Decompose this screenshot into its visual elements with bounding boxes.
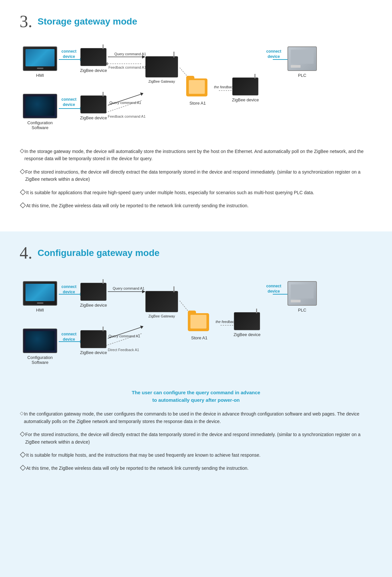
svg-line-17 xyxy=(108,94,142,105)
svg-text:Query command A1: Query command A1 xyxy=(108,334,140,338)
bullet-4-icon-3 xyxy=(20,451,26,458)
store-image xyxy=(186,76,209,99)
svg-text:Feedback command A1: Feedback command A1 xyxy=(108,114,146,118)
section-3-title: 3. Storage gateway mode xyxy=(20,13,372,30)
hmi-image-4 xyxy=(23,281,57,306)
bullet-icon-1 xyxy=(20,148,24,154)
section-3-bullets: In the storage gateway mode, the device … xyxy=(20,148,372,209)
svg-marker-42 xyxy=(140,326,143,329)
svg-marker-49 xyxy=(20,452,25,457)
bullet-4-text-1: In the configuration gateway mode, the u… xyxy=(24,410,372,425)
zigbee-right-label-4: ZigBee device xyxy=(234,332,260,337)
config-image-4 xyxy=(23,329,57,353)
zigbee-bottom-image-4 xyxy=(80,330,106,348)
section-3-title-text: Storage gateway mode xyxy=(38,16,137,27)
zigbee-top-device: ZigBee device xyxy=(80,48,107,73)
section-3: 3. Storage gateway mode Query command A1… xyxy=(0,0,392,231)
bullet-text-1: In the storage gateway mode, the device … xyxy=(24,148,372,162)
bullet-4-item-4: At this time, the ZigBee wireless data w… xyxy=(20,465,372,472)
zigbee-right-label: ZigBee device xyxy=(232,97,259,102)
plc-label-4: PLC xyxy=(298,308,306,313)
hmi-device-4: HMI xyxy=(23,281,57,313)
plc-device: PLC xyxy=(287,46,317,78)
store-label: Store A1 xyxy=(189,101,206,106)
config-label: ConfigurationSoftware xyxy=(27,120,53,130)
bullet-4-icon-1 xyxy=(20,410,24,417)
config-device: ConfigurationSoftware xyxy=(23,94,57,130)
bullet-text-2: For the stored instructions, the device … xyxy=(25,168,372,183)
svg-text:the feedback: the feedback xyxy=(216,320,236,324)
svg-marker-18 xyxy=(140,93,143,96)
svg-marker-30 xyxy=(142,290,145,293)
zigbee-right-image xyxy=(232,77,258,95)
bullet-4-text-2: For the stored instructions, the device … xyxy=(25,431,372,446)
section-4-title: 4. Configurable gateway mode xyxy=(20,245,372,262)
bullet-4-item-3: It is suitable for multiple hosts, and t… xyxy=(20,451,372,459)
svg-text:Query command A1: Query command A1 xyxy=(109,101,141,105)
connect-label-4-bottom: connect device xyxy=(61,332,76,342)
bullet-item-4: At this time, the ZigBee wireless data w… xyxy=(20,202,372,209)
config-device-4: ConfigurationSoftware xyxy=(23,329,57,365)
section-4-number: 4. xyxy=(20,245,32,262)
bullet-4-text-3: It is suitable for multiple hosts, and t… xyxy=(26,451,261,459)
zigbee-top-label-4: ZigBee device xyxy=(80,303,107,308)
bullet-4-text-4: At this time, the ZigBee wireless data w… xyxy=(26,465,249,472)
highlight-text: The user can configure the query command… xyxy=(20,389,372,404)
svg-text:Feedback command A1: Feedback command A1 xyxy=(108,65,146,69)
gateway-device-4: ZigBee Gateway xyxy=(145,291,178,318)
bullet-4-item-1: In the configuration gateway mode, the u… xyxy=(20,410,372,425)
svg-marker-26 xyxy=(20,203,25,208)
hmi-device: HMI xyxy=(23,46,57,78)
zigbee-top-label: ZigBee device xyxy=(80,68,107,73)
config-image xyxy=(23,94,57,118)
svg-marker-23 xyxy=(20,149,24,153)
zigbee-top-4: ZigBee device xyxy=(80,283,107,308)
zigbee-top-image xyxy=(80,48,106,66)
gateway-image-4 xyxy=(145,291,178,312)
zigbee-right-device: ZigBee device xyxy=(232,77,259,102)
gateway-device: ZigBee Gateway xyxy=(145,56,178,83)
connect-label-4-top: connect device xyxy=(61,284,76,295)
zigbee-bottom-label-4: ZigBee device xyxy=(80,350,107,355)
zigbee-right-4: ZigBee device xyxy=(234,312,260,337)
svg-line-20 xyxy=(108,100,142,112)
config-label-4: ConfigurationSoftware xyxy=(27,355,53,365)
store-label-4: Store A1 xyxy=(191,335,207,340)
svg-marker-48 xyxy=(20,432,25,436)
connect-label-right: connect device xyxy=(266,49,281,59)
bullet-item-2: For the stored instructions, the device … xyxy=(20,168,372,183)
bullet-4-item-2: For the stored instructions, the device … xyxy=(20,431,372,446)
gateway-image xyxy=(145,56,178,77)
bullet-4-icon-2 xyxy=(20,431,25,437)
svg-marker-3 xyxy=(142,55,145,59)
plc-device-4: PLC xyxy=(287,281,317,313)
store-image-4 xyxy=(188,311,211,333)
bullet-icon-4 xyxy=(20,202,26,209)
zigbee-top-image-4 xyxy=(80,283,106,301)
svg-text:Query command A1: Query command A1 xyxy=(114,52,146,56)
zigbee-bottom-device: ZigBee device xyxy=(80,95,107,120)
svg-marker-47 xyxy=(20,412,23,415)
svg-text:the feedback: the feedback xyxy=(214,85,235,89)
connect-label-bottom: connect device xyxy=(61,97,76,107)
connect-label-4-right: connect device xyxy=(266,284,281,294)
section-4-title-text: Configurable gateway mode xyxy=(38,248,159,258)
svg-marker-50 xyxy=(20,465,25,470)
hmi-label: HMI xyxy=(36,73,44,78)
gateway-label-4: ZigBee Gateway xyxy=(148,314,175,318)
svg-marker-24 xyxy=(20,169,25,174)
store-device-4: Store A1 xyxy=(188,311,211,340)
hmi-image xyxy=(23,46,57,71)
svg-text:Direct Feedback A1: Direct Feedback A1 xyxy=(108,348,139,352)
bullet-icon-2 xyxy=(20,168,25,175)
svg-line-41 xyxy=(108,327,142,338)
bullet-4-icon-4 xyxy=(20,465,26,471)
plc-image xyxy=(287,46,317,71)
svg-marker-25 xyxy=(20,190,25,195)
section-3-diagram: Query command A1 Feedback command A1 the… xyxy=(20,40,372,138)
section-4-bullets: In the configuration gateway mode, the u… xyxy=(20,410,372,472)
connect-label-top: connect device xyxy=(61,49,76,59)
zigbee-bottom-image xyxy=(80,95,106,113)
hmi-label-4: HMI xyxy=(36,308,44,313)
bullet-item-1: In the storage gateway mode, the device … xyxy=(20,148,372,162)
